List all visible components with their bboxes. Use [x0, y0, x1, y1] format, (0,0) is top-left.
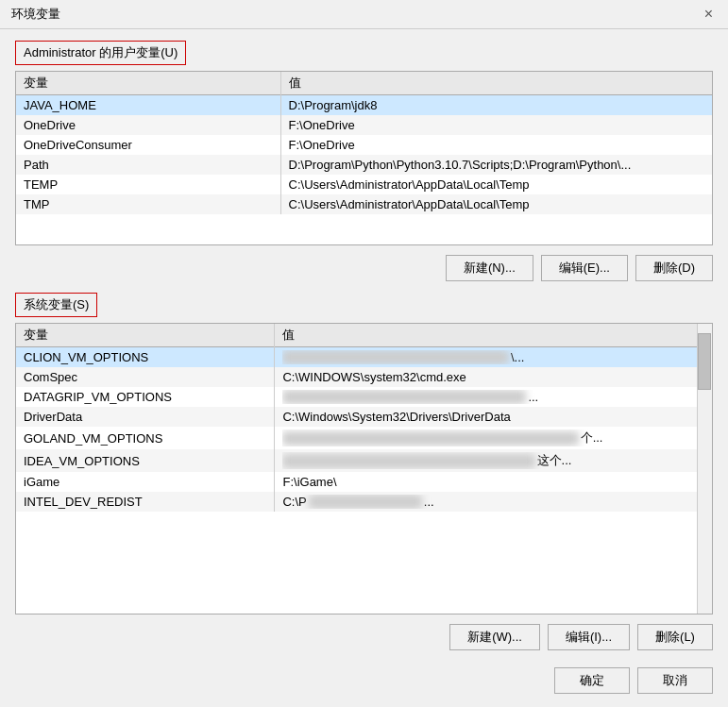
system-table-row[interactable]: IDEA_VM_OPTIONS ████████████████████████… [16, 449, 697, 472]
system-col-name-header: 变量 [16, 324, 275, 347]
system-var-value: █████████████████████████████ 这个... [275, 449, 697, 472]
system-variables-table: 变量 值 CLION_VM_OPTIONS ██████████████████… [16, 324, 697, 512]
system-var-name: GOLAND_VM_OPTIONS [16, 427, 275, 449]
system-var-name: iGame [16, 472, 275, 492]
ok-button[interactable]: 确定 [554, 667, 630, 694]
system-variables-section: 系统变量(S) 变量 值 CLION_VM_OPTIONS ██████████… [15, 293, 713, 652]
user-var-value: D:\Program\Python\Python3.10.7\Scripts;D… [280, 155, 712, 175]
dialog-content: Administrator 的用户变量(U) 变量 值 JAVA_HOMED:\… [0, 29, 728, 660]
user-variables-section: Administrator 的用户变量(U) 变量 值 JAVA_HOMED:\… [15, 41, 713, 283]
system-variables-table-container[interactable]: 变量 值 CLION_VM_OPTIONS ██████████████████… [15, 323, 713, 614]
user-table-row[interactable]: JAVA_HOMED:\Program\jdk8 [16, 95, 712, 116]
system-table-row[interactable]: ComSpecC:\WINDOWS\system32\cmd.exe [16, 367, 697, 387]
dialog-title: 环境变量 [11, 6, 60, 23]
system-var-value: C:\Windows\System32\Drivers\DriverData [275, 407, 697, 427]
close-button[interactable]: × [701, 6, 717, 23]
system-var-name: CLION_VM_OPTIONS [16, 347, 275, 368]
title-bar: 环境变量 × [0, 0, 728, 29]
user-var-name: TMP [16, 194, 280, 214]
cancel-button[interactable]: 取消 [637, 667, 713, 694]
system-var-name: DATAGRIP_VM_OPTIONS [16, 387, 275, 407]
user-button-row: 新建(N)... 编辑(E)... 删除(D) [15, 251, 713, 283]
user-col-value-header: 值 [280, 72, 712, 95]
system-var-value: C:\WINDOWS\system32\cmd.exe [275, 367, 697, 387]
system-table-row[interactable]: iGameF:\iGame\ [16, 472, 697, 492]
user-var-value: C:\Users\Administrator\AppData\Local\Tem… [280, 194, 712, 214]
user-var-name: OneDriveConsumer [16, 135, 280, 155]
system-var-name: INTEL_DEV_REDIST [16, 492, 275, 512]
system-var-name: DriverData [16, 407, 275, 427]
system-var-name: IDEA_VM_OPTIONS [16, 449, 275, 472]
system-var-value: C:\P ███████████ ... [275, 492, 697, 512]
scrollbar-thumb[interactable] [698, 333, 711, 390]
system-table-body: CLION_VM_OPTIONS ███████████████████████… [16, 347, 697, 513]
user-table-row[interactable]: OneDriveF:\OneDrive [16, 115, 712, 135]
user-var-name: Path [16, 155, 280, 175]
user-table-row[interactable]: PathD:\Program\Python\Python3.10.7\Scrip… [16, 155, 712, 175]
user-table-row[interactable]: TEMPC:\Users\Administrator\AppData\Local… [16, 175, 712, 194]
system-table-row[interactable]: GOLAND_VM_OPTIONS ██████████████████████… [16, 427, 697, 449]
environment-variables-dialog: 环境变量 × Administrator 的用户变量(U) 变量 值 JAVA_… [0, 0, 728, 707]
system-new-button[interactable]: 新建(W)... [449, 624, 540, 650]
user-table-body: JAVA_HOMED:\Program\jdk8OneDriveF:\OneDr… [16, 95, 712, 215]
user-table-row[interactable]: TMPC:\Users\Administrator\AppData\Local\… [16, 194, 712, 214]
system-variables-header: 系统变量(S) [15, 293, 97, 317]
user-edit-button[interactable]: 编辑(E)... [541, 255, 628, 281]
system-col-value-header: 值 [275, 324, 697, 347]
user-var-name: TEMP [16, 175, 280, 194]
user-new-button[interactable]: 新建(N)... [446, 255, 533, 281]
system-table-row[interactable]: DATAGRIP_VM_OPTIONS ████████████████████… [16, 387, 697, 407]
user-var-name: JAVA_HOME [16, 95, 280, 116]
user-variables-table-container[interactable]: 变量 值 JAVA_HOMED:\Program\jdk8OneDriveF:\… [15, 71, 713, 245]
system-table-row[interactable]: CLION_VM_OPTIONS ███████████████████████… [16, 347, 697, 368]
user-col-name-header: 变量 [16, 72, 280, 95]
user-variables-header: Administrator 的用户变量(U) [15, 41, 186, 65]
system-table-header-row: 变量 值 [16, 324, 697, 347]
system-var-value: F:\iGame\ [275, 472, 697, 492]
bottom-button-row: 确定 取消 [0, 660, 728, 707]
user-variables-table: 变量 值 JAVA_HOMED:\Program\jdk8OneDriveF:\… [16, 72, 712, 214]
user-var-value: F:\OneDrive [280, 115, 712, 135]
system-var-value: ████████████████████████████ ... [275, 387, 697, 407]
user-table-row[interactable]: OneDriveConsumerF:\OneDrive [16, 135, 712, 155]
system-var-value: ██████████████████████████████████ 个... [275, 427, 697, 449]
user-var-value: F:\OneDrive [280, 135, 712, 155]
scrollbar[interactable] [697, 324, 712, 614]
user-delete-button[interactable]: 删除(D) [635, 255, 713, 281]
system-delete-button[interactable]: 删除(L) [637, 624, 713, 650]
user-var-value: C:\Users\Administrator\AppData\Local\Tem… [280, 175, 712, 194]
system-var-value: ██████████████████████████ \... [275, 347, 697, 368]
system-table-row[interactable]: DriverDataC:\Windows\System32\Drivers\Dr… [16, 407, 697, 427]
system-button-row: 新建(W)... 编辑(I)... 删除(L) [15, 620, 713, 652]
user-var-name: OneDrive [16, 115, 280, 135]
system-edit-button[interactable]: 编辑(I)... [548, 624, 630, 650]
system-table-row[interactable]: INTEL_DEV_REDIST C:\P ███████████ ... [16, 492, 697, 512]
user-table-header-row: 变量 值 [16, 72, 712, 95]
user-var-value: D:\Program\jdk8 [280, 95, 712, 116]
system-var-name: ComSpec [16, 367, 275, 387]
